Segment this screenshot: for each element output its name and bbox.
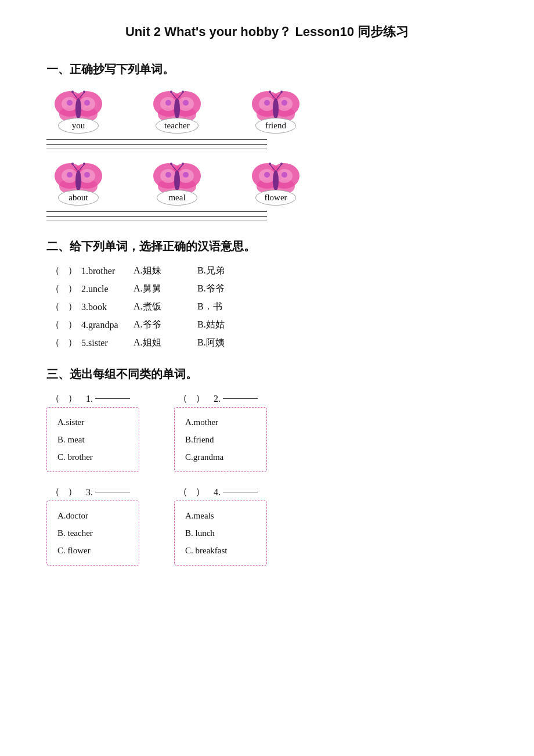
- group-blank-1: [95, 398, 130, 399]
- dashed-box-3: A.doctor B. teacher C. flower: [46, 501, 139, 566]
- dashed-box-4: A.meals B. lunch C. breakfast: [174, 501, 267, 566]
- svg-point-32: [264, 100, 270, 106]
- group-paren-close-3: ）: [64, 486, 81, 498]
- word-friend: friend: [255, 118, 296, 134]
- butterfly-card-meal: meal: [145, 160, 209, 206]
- section1-heading: 一、正确抄写下列单词。: [46, 62, 488, 77]
- svg-point-50: [71, 163, 74, 165]
- vocab-num-4: 4.grandpa: [81, 320, 134, 330]
- vocab-opt-b-5: B.阿姨: [197, 337, 261, 349]
- group4-opt-b: B. lunch: [185, 524, 256, 542]
- word-group-row-2: （ ） 3. A.doctor B. teacher C. flower （ ）…: [46, 486, 488, 566]
- group-header-3: （ ） 3.: [46, 486, 139, 498]
- word-group-3: （ ） 3. A.doctor B. teacher C. flower: [46, 486, 139, 566]
- vocab-num-2: 2.uncle: [81, 284, 134, 294]
- paren-open-3: （: [46, 301, 64, 313]
- svg-point-19: [165, 100, 171, 106]
- svg-point-45: [67, 172, 73, 178]
- writing-lines-1: [46, 139, 267, 149]
- vocab-opt-b-2: B.爷爷: [197, 283, 261, 295]
- group-blank-4: [223, 492, 258, 492]
- vocab-opt-a-2: A.舅舅: [134, 283, 197, 295]
- svg-point-33: [282, 100, 287, 106]
- group4-opt-a: A.meals: [185, 507, 256, 524]
- group-paren-open-1: （: [46, 393, 64, 405]
- group-paren-close-2: ）: [192, 393, 209, 405]
- group4-opt-c: C. breakfast: [185, 542, 256, 559]
- group-num-2: 2.: [214, 394, 221, 404]
- svg-point-38: [280, 91, 283, 93]
- vocab-item-4: （ ） 4.grandpa A.爷爷 B.姑姑: [46, 319, 488, 331]
- svg-point-63: [170, 163, 172, 165]
- vocab-opt-a-3: A.煮饭: [134, 301, 197, 313]
- group-paren-open-2: （: [174, 393, 192, 405]
- svg-point-73: [273, 170, 279, 191]
- butterfly-card-friend: friend: [244, 88, 308, 134]
- dashed-box-1: A.sister B. meat C. brother: [46, 407, 139, 472]
- word-about: about: [58, 190, 99, 206]
- group3-opt-a: A.doctor: [57, 507, 128, 524]
- vocab-opt-b-1: B.兄弟: [197, 265, 261, 277]
- vocab-item-1: （ ） 1.brother A.姐妹 B.兄弟: [46, 265, 488, 277]
- svg-point-6: [67, 100, 73, 106]
- svg-point-51: [83, 163, 85, 165]
- svg-point-37: [269, 91, 271, 93]
- word-you: you: [58, 118, 99, 134]
- word-teacher: teacher: [156, 118, 198, 134]
- paren-open-2: （: [46, 283, 64, 295]
- vocab-item-2: （ ） 2.uncle A.舅舅 B.爷爷: [46, 283, 488, 295]
- paren-close-4: ）: [64, 319, 81, 331]
- page-title: Unit 2 What's your hobby？ Lesson10 同步练习: [46, 23, 488, 41]
- section-2: 二、给下列单词，选择正确的汉语意思。 （ ） 1.brother A.姐妹 B.…: [46, 239, 488, 349]
- group-paren-close-4: ）: [192, 486, 209, 498]
- group2-opt-b: B.friend: [185, 431, 256, 448]
- section3-heading: 三、选出每组不同类的单词。: [46, 366, 488, 382]
- dashed-box-2: A.mother B.friend C.grandma: [174, 407, 267, 472]
- group2-opt-c: C.grandma: [185, 448, 256, 466]
- svg-point-71: [264, 172, 270, 178]
- svg-point-59: [183, 172, 189, 178]
- paren-open-1: （: [46, 265, 64, 277]
- group-header-1: （ ） 1.: [46, 393, 139, 405]
- section-3: 三、选出每组不同类的单词。 （ ） 1. A.sister B. meat C.…: [46, 366, 488, 566]
- vocab-opt-b-4: B.姑姑: [197, 319, 261, 331]
- butterfly-row-2: about meal: [46, 160, 488, 206]
- section2-heading: 二、给下列单词，选择正确的汉语意思。: [46, 239, 488, 254]
- vocab-num-3: 3.book: [81, 302, 134, 312]
- svg-point-58: [165, 172, 171, 178]
- butterfly-row-1: you teacher: [46, 88, 488, 134]
- vocab-item-5: （ ） 5.sister A.姐姐 B.阿姨: [46, 337, 488, 349]
- paren-close-2: ）: [64, 283, 81, 295]
- group-num-3: 3.: [86, 487, 93, 498]
- svg-point-76: [269, 163, 271, 165]
- group-header-2: （ ） 2.: [174, 393, 267, 405]
- svg-point-11: [71, 91, 74, 93]
- svg-point-47: [75, 170, 81, 191]
- section-1: 一、正确抄写下列单词。: [46, 62, 488, 221]
- svg-point-25: [182, 91, 184, 93]
- paren-open-4: （: [46, 319, 64, 331]
- writing-lines-2: [46, 211, 267, 221]
- svg-point-34: [273, 98, 279, 119]
- paren-open-5: （: [46, 337, 64, 349]
- group3-opt-b: B. teacher: [57, 524, 128, 542]
- word-group-1: （ ） 1. A.sister B. meat C. brother: [46, 393, 139, 472]
- group-num-4: 4.: [214, 487, 221, 498]
- word-flower: flower: [255, 190, 296, 206]
- group-paren-close-1: ）: [64, 393, 81, 405]
- svg-point-46: [84, 172, 90, 178]
- paren-close-1: ）: [64, 265, 81, 277]
- vocab-item-3: （ ） 3.book A.煮饭 B．书: [46, 301, 488, 313]
- svg-point-60: [174, 170, 180, 191]
- group-blank-2: [223, 398, 258, 399]
- butterfly-card-you: you: [46, 88, 110, 134]
- svg-point-24: [170, 91, 172, 93]
- group-paren-open-4: （: [174, 486, 192, 498]
- svg-point-8: [75, 98, 81, 119]
- vocab-num-1: 1.brother: [81, 266, 134, 276]
- svg-point-7: [84, 100, 90, 106]
- group-paren-open-3: （: [46, 486, 64, 498]
- svg-point-12: [83, 91, 85, 93]
- vocab-opt-a-1: A.姐妹: [134, 265, 197, 277]
- butterfly-card-flower: flower: [244, 160, 308, 206]
